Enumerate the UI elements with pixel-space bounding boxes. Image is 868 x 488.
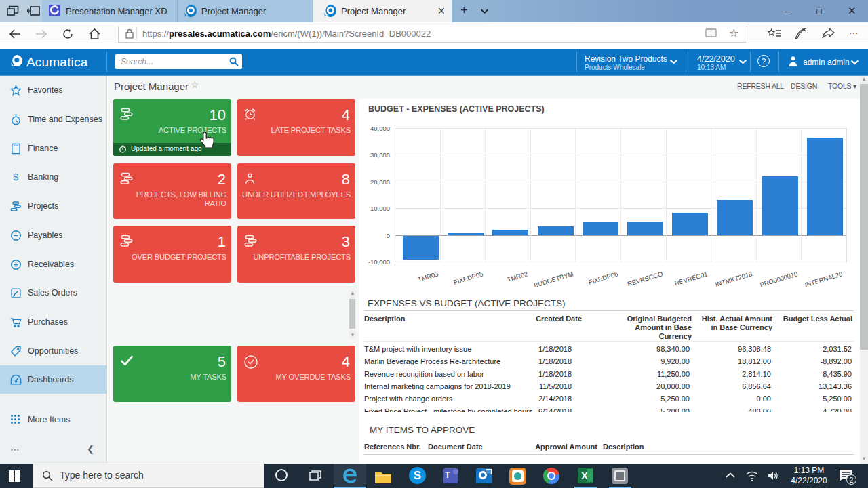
svg-text:$: $ <box>13 171 18 182</box>
